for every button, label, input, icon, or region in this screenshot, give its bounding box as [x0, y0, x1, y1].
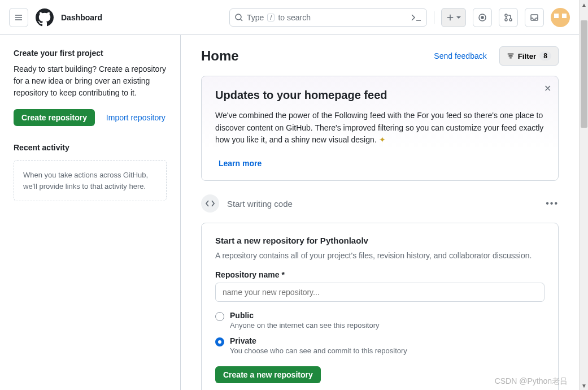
github-logo[interactable]	[35, 8, 54, 27]
caret-down-icon	[456, 15, 461, 20]
watermark: CSDN @Python老吕	[495, 376, 568, 387]
search-placeholder-post: to search	[278, 13, 311, 22]
repo-name-label: Repository name *	[215, 270, 545, 279]
search-placeholder-pre: Type	[247, 13, 264, 22]
learn-more-link[interactable]: Learn more	[219, 159, 262, 168]
page-title: Home	[201, 48, 434, 64]
create-new-repository-button[interactable]: Create a new repository	[215, 366, 321, 383]
start-repo-card: Start a new repository for Pythonlaolv A…	[201, 223, 559, 390]
recent-activity-empty: When you take actions across GitHub, we'…	[14, 160, 167, 201]
radio-checked-icon	[215, 337, 224, 346]
svg-line-4	[241, 19, 242, 21]
scroll-down-arrow-icon[interactable]: ▼	[580, 381, 588, 390]
global-header: Dashboard Type / to search	[0, 0, 579, 35]
github-icon	[36, 8, 54, 27]
notifications-button[interactable]	[525, 8, 544, 27]
send-feedback-link[interactable]: Send feedback	[434, 51, 486, 60]
plus-icon	[446, 14, 454, 21]
notice-body: We've combined the power of the Followin…	[215, 110, 545, 146]
recent-activity-heading: Recent activity	[14, 143, 167, 152]
issues-icon	[478, 13, 487, 22]
page-scrollbar[interactable]: ▲ ▼	[579, 0, 588, 390]
radio-unchecked-icon	[215, 312, 224, 321]
first-project-heading: Create your first project	[14, 49, 167, 58]
visibility-public-option[interactable]: Public Anyone on the internet can see th…	[215, 311, 545, 330]
user-avatar[interactable]	[551, 8, 570, 27]
feed-section-header: Start writing code •••	[201, 194, 559, 213]
filter-button[interactable]: Filter 8	[499, 46, 559, 66]
feed-section-title: Start writing code	[227, 199, 538, 209]
svg-point-9	[481, 16, 484, 19]
menu-button[interactable]	[9, 8, 28, 27]
create-new-button[interactable]	[441, 8, 466, 27]
issues-button[interactable]	[473, 8, 492, 27]
private-desc: You choose who can see and commit to thi…	[230, 346, 407, 355]
private-label: Private	[230, 336, 407, 345]
svg-point-12	[509, 19, 512, 21]
repo-card-description: A repository contains all of your projec…	[215, 251, 545, 260]
sparkle-icon: ✦	[379, 135, 386, 144]
repo-name-input[interactable]	[215, 283, 545, 302]
search-icon	[234, 13, 243, 22]
page-context-title: Dashboard	[61, 13, 102, 22]
public-desc: Anyone on the internet can see this repo…	[230, 321, 380, 330]
filter-count-badge: 8	[539, 51, 551, 60]
create-repository-button[interactable]: Create repository	[14, 109, 95, 126]
svg-point-10	[505, 14, 507, 16]
pull-requests-button[interactable]	[499, 8, 518, 27]
filter-label: Filter	[518, 52, 537, 60]
feed-section-menu[interactable]: •••	[546, 198, 559, 209]
code-icon	[206, 199, 215, 208]
repo-card-heading: Start a new repository for Pythonlaolv	[215, 236, 545, 245]
global-search[interactable]: Type / to search	[229, 8, 427, 27]
first-project-body: Ready to start building? Create a reposi…	[14, 63, 167, 99]
inbox-icon	[530, 13, 539, 22]
import-repository-link[interactable]: Import repository	[106, 113, 165, 122]
hamburger-icon	[14, 13, 23, 22]
notice-title: Updates to your homepage feed	[215, 89, 545, 102]
scroll-up-arrow-icon[interactable]: ▲	[580, 0, 588, 9]
filter-icon	[507, 52, 515, 60]
scrollbar-thumb[interactable]	[581, 20, 587, 128]
main-content: Home Send feedback Filter 8 ✕ Updates to…	[181, 35, 579, 390]
close-notice-button[interactable]: ✕	[544, 83, 551, 94]
pull-request-icon	[504, 13, 513, 22]
public-label: Public	[230, 311, 380, 320]
search-kbd: /	[267, 14, 275, 21]
svg-point-11	[505, 19, 507, 21]
visibility-private-option[interactable]: Private You choose who can see and commi…	[215, 336, 545, 355]
svg-point-3	[236, 14, 241, 20]
code-icon-wrap	[201, 194, 219, 213]
left-sidebar: Create your first project Ready to start…	[0, 35, 181, 390]
command-palette-icon[interactable]	[411, 13, 422, 22]
homepage-update-notice: ✕ Updates to your homepage feed We've co…	[201, 76, 559, 181]
